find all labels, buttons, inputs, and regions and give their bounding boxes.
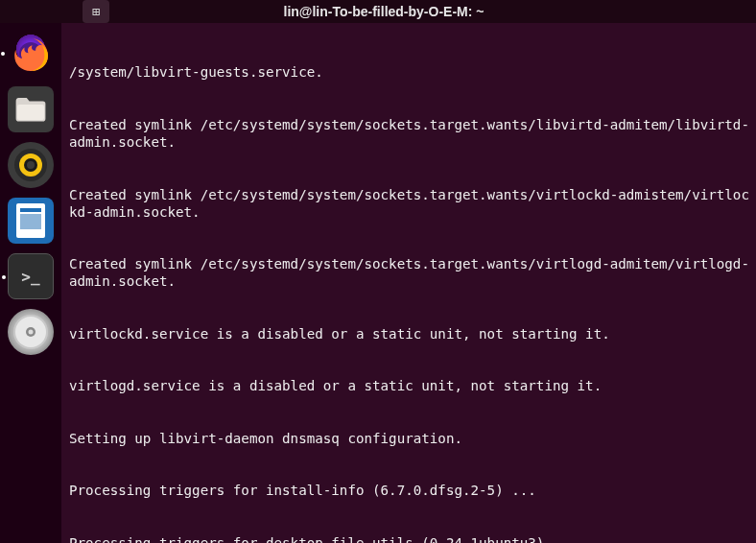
svg-rect-1 <box>17 105 44 120</box>
dock-terminal[interactable]: >_ <box>8 253 54 299</box>
terminal-line: Created symlink /etc/systemd/system/sock… <box>69 186 752 221</box>
terminal-line: Setting up libvirt-daemon dnsmasq config… <box>69 430 752 447</box>
titlebar: ⊞ lin@lin-To-be-filled-by-O-E-M: ~ <box>0 0 756 23</box>
speaker-icon <box>13 148 48 182</box>
dock-files[interactable] <box>8 86 54 132</box>
window-title: lin@lin-To-be-filled-by-O-E-M: ~ <box>12 4 756 19</box>
svg-point-5 <box>27 161 35 169</box>
dock-libreoffice-writer[interactable] <box>8 198 54 244</box>
dock: >_ <box>0 23 61 543</box>
terminal-line: Processing triggers for install-info (6.… <box>69 482 752 499</box>
terminal-icon: >_ <box>21 268 39 286</box>
dock-firefox[interactable] <box>8 31 54 77</box>
terminal-output-area[interactable]: /system/libvirt-guests.service. Created … <box>61 23 756 543</box>
terminal-line: Created symlink /etc/systemd/system/sock… <box>69 255 752 290</box>
terminal-line: /system/libvirt-guests.service. <box>69 63 752 81</box>
svg-point-9 <box>29 330 34 335</box>
disk-icon <box>12 313 50 351</box>
terminal-line: virtlogd.service is a disabled or a stat… <box>69 377 752 394</box>
firefox-icon <box>12 35 50 73</box>
dock-disks[interactable] <box>8 309 54 355</box>
folder-icon <box>14 96 47 123</box>
terminal-line: virtlockd.service is a disabled or a sta… <box>69 325 752 342</box>
terminal-line: Created symlink /etc/systemd/system/sock… <box>69 116 752 151</box>
document-icon <box>16 203 45 238</box>
terminal-line: Processing triggers for desktop-file-uti… <box>69 534 752 543</box>
dock-rhythmbox[interactable] <box>8 142 54 188</box>
